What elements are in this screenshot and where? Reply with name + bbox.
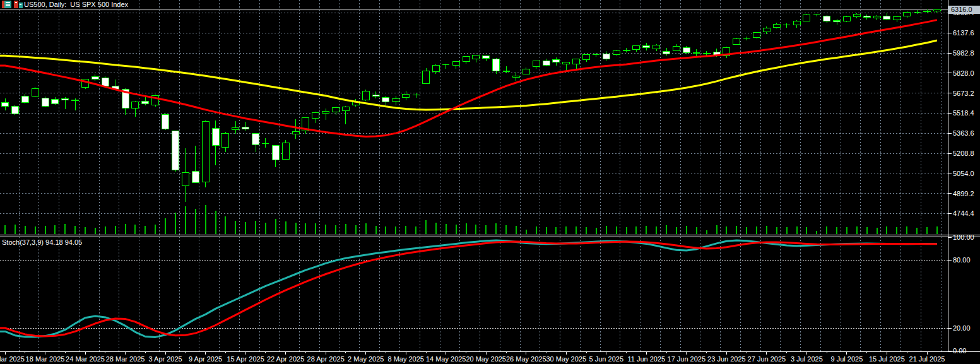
ma-slow-line — [0, 40, 937, 110]
svg-text:5518.4: 5518.4 — [953, 109, 974, 117]
stoch-axis[interactable]: 100.0080.0020.000.00 — [948, 233, 974, 355]
svg-text:23 Jun 2025: 23 Jun 2025 — [707, 355, 746, 363]
svg-text:5982.8: 5982.8 — [953, 49, 974, 57]
candles — [2, 9, 941, 202]
chart-title: US500, Daily: US SPX 500 Index — [24, 1, 128, 8]
stoch-indicator-label: Stoch(37,3,9) 94.18 94.05 — [2, 238, 82, 246]
svg-text:28 Mar 2025: 28 Mar 2025 — [106, 355, 145, 363]
svg-text:21 Jul 2025: 21 Jul 2025 — [909, 355, 945, 363]
svg-text:0.00: 0.00 — [953, 347, 966, 355]
current-price-badge: 6316.0 — [948, 6, 980, 14]
svg-text:15 Apr 2025: 15 Apr 2025 — [227, 355, 264, 363]
svg-text:5054.0: 5054.0 — [953, 170, 974, 177]
svg-text:4899.2: 4899.2 — [953, 190, 974, 197]
svg-text:22 Apr 2025: 22 Apr 2025 — [267, 355, 304, 363]
svg-text:3 Jul 2025: 3 Jul 2025 — [791, 355, 823, 363]
chart-window-icon[interactable] — [14, 1, 23, 8]
stoch-main-line — [0, 240, 937, 338]
volume-bars — [4, 205, 938, 234]
chart-list-icon[interactable] — [2, 1, 11, 8]
svg-text:5828.0: 5828.0 — [953, 69, 974, 77]
svg-text:11 Jun 2025: 11 Jun 2025 — [627, 355, 665, 363]
price-axis[interactable]: 6292.46137.65982.85828.05673.25518.45363… — [948, 9, 974, 217]
price-chart-canvas[interactable]: 6292.46137.65982.85828.05673.25518.45363… — [0, 0, 980, 364]
svg-text:5208.8: 5208.8 — [953, 150, 974, 157]
svg-text:5673.2: 5673.2 — [953, 90, 974, 97]
stoch-signal-line — [0, 242, 937, 336]
svg-text:17 Jun 2025: 17 Jun 2025 — [668, 355, 706, 363]
svg-text:4744.4: 4744.4 — [953, 209, 974, 217]
svg-text:12 Mar 2025: 12 Mar 2025 — [0, 355, 25, 363]
svg-text:9 Jul 2025: 9 Jul 2025 — [831, 355, 863, 363]
svg-text:24 Mar 2025: 24 Mar 2025 — [66, 355, 105, 363]
svg-text:100.00: 100.00 — [953, 233, 974, 241]
svg-text:3 Apr 2025: 3 Apr 2025 — [148, 355, 182, 363]
svg-text:18 Mar 2025: 18 Mar 2025 — [26, 355, 65, 363]
svg-text:28 Apr 2025: 28 Apr 2025 — [307, 355, 345, 363]
panel-separator[interactable] — [0, 235, 980, 237]
svg-text:5363.6: 5363.6 — [953, 129, 974, 137]
grid — [0, 0, 948, 351]
chart-window: 6292.46137.65982.85828.05673.25518.45363… — [0, 0, 980, 364]
svg-text:20.00: 20.00 — [953, 324, 971, 332]
svg-text:80.00: 80.00 — [953, 256, 971, 264]
svg-text:30 May 2025: 30 May 2025 — [546, 355, 586, 363]
time-axis[interactable]: 12 Mar 202518 Mar 202524 Mar 202528 Mar … — [0, 351, 945, 363]
svg-text:14 May 2025: 14 May 2025 — [426, 355, 466, 363]
svg-text:9 Apr 2025: 9 Apr 2025 — [189, 355, 222, 363]
svg-text:6137.6: 6137.6 — [953, 29, 974, 37]
svg-text:2 May 2025: 2 May 2025 — [348, 355, 384, 363]
svg-text:8 May 2025: 8 May 2025 — [387, 355, 423, 363]
svg-text:20 May 2025: 20 May 2025 — [466, 355, 506, 363]
ma-fast-line — [0, 20, 937, 137]
svg-text:15 Jul 2025: 15 Jul 2025 — [869, 355, 905, 363]
svg-text:26 May 2025: 26 May 2025 — [506, 355, 546, 363]
svg-text:27 Jun 2025: 27 Jun 2025 — [748, 355, 786, 363]
svg-text:5 Jun 2025: 5 Jun 2025 — [589, 355, 623, 363]
